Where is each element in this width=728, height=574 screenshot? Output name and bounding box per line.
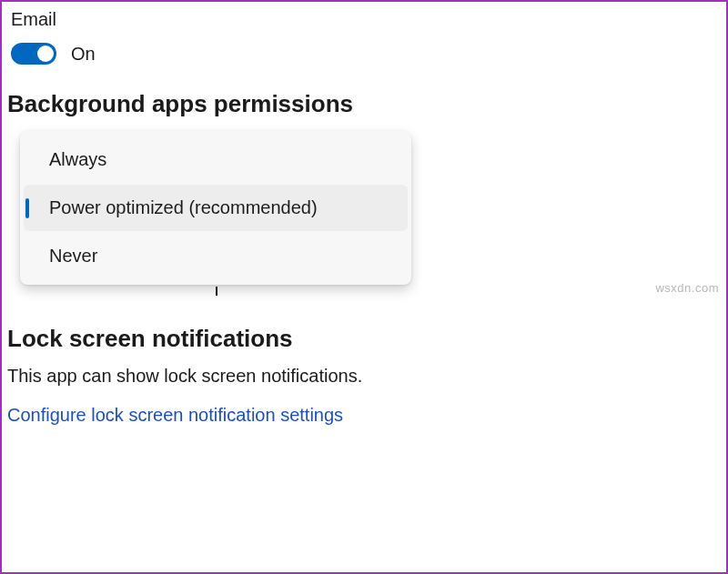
email-toggle-state: On (71, 44, 96, 65)
lock-screen-section: Lock screen notifications This app can s… (7, 325, 721, 426)
watermark: wsxdn.com (655, 280, 719, 294)
lock-screen-description: This app can show lock screen notificati… (7, 366, 721, 387)
background-apps-header: Background apps permissions (7, 90, 721, 118)
background-apps-section: Background apps permissions Always Power… (7, 90, 721, 285)
email-toggle[interactable] (11, 43, 56, 65)
background-apps-dropdown[interactable]: Always Power optimized (recommended) Nev… (20, 131, 411, 285)
dropdown-option-never[interactable]: Never (24, 233, 408, 279)
lock-screen-header: Lock screen notifications (7, 325, 721, 353)
email-label: Email (11, 9, 721, 30)
email-toggle-row: On (11, 43, 721, 65)
dropdown-option-power-optimized[interactable]: Power optimized (recommended) (24, 185, 408, 231)
toggle-knob (37, 45, 54, 62)
email-section: Email On (7, 9, 721, 65)
dropdown-option-always[interactable]: Always (24, 136, 408, 183)
configure-lock-screen-link[interactable]: Configure lock screen notification setti… (7, 405, 343, 426)
